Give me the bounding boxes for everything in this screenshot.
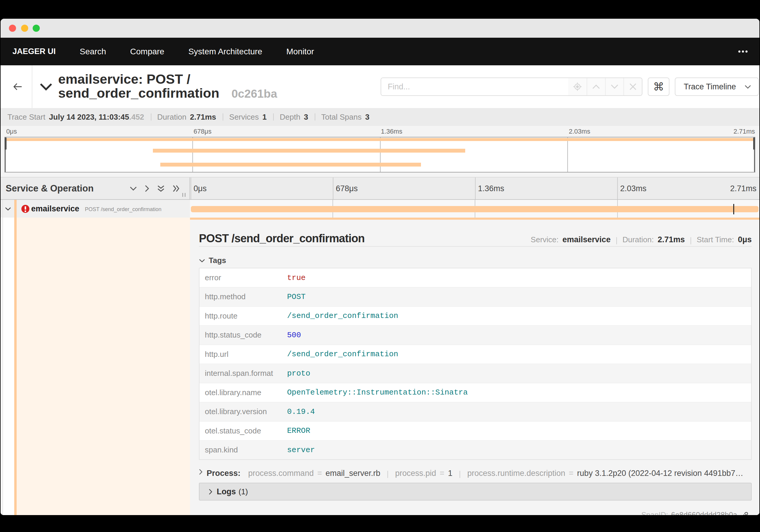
expand-one-icon[interactable] xyxy=(145,185,149,192)
back-button[interactable] xyxy=(1,65,32,108)
zoom-window-button[interactable] xyxy=(33,24,40,32)
collapse-title-chevron-icon[interactable] xyxy=(39,82,53,91)
trace-summary-bar: Trace Start July 14 2023, 11:03:45.452 D… xyxy=(1,108,759,126)
expand-all-icon[interactable] xyxy=(173,185,179,192)
scrubber-right-handle[interactable] xyxy=(753,137,755,150)
process-item: process.pid = 1 xyxy=(380,469,452,478)
tag-row: http.url /send_order_confirmation xyxy=(199,345,751,364)
tag-row: span.kind server xyxy=(199,441,751,460)
chevron-up-icon xyxy=(592,85,600,89)
tag-row: error true xyxy=(199,268,751,287)
nav-item[interactable]: Search xyxy=(80,47,106,56)
minimap-span-bar xyxy=(153,149,465,153)
span-duration-bar[interactable] xyxy=(191,206,759,212)
trace-page-header: emailservice: POST / send_order_confirma… xyxy=(1,65,759,108)
tag-key: http.url xyxy=(199,345,277,364)
summary-item: Depth 3 xyxy=(280,113,321,122)
process-section-toggle[interactable]: Process: process.command = email_server.… xyxy=(199,469,752,478)
trace-title: emailservice: POST / send_order_confirma… xyxy=(58,72,355,101)
summary-item: Trace Start July 14 2023, 11:03:45.452 xyxy=(7,113,157,122)
trace-minimap: 0μs678μs1.36ms2.03ms2.71ms xyxy=(1,126,759,177)
minimap-span-bar xyxy=(5,138,755,141)
prev-match-button[interactable] xyxy=(587,78,605,95)
span-detail-panel: POST /send_order_confirmation Service: e… xyxy=(190,218,759,515)
timeline-header-row: Service & Operation xyxy=(1,177,759,200)
collapse-all-icon[interactable] xyxy=(157,185,165,192)
nav-overflow-menu[interactable] xyxy=(738,50,747,53)
scrubber-left-handle[interactable] xyxy=(5,137,7,150)
minimap-gridline xyxy=(380,137,381,172)
tag-key: error xyxy=(199,268,277,287)
ruler-label: 1.36ms xyxy=(478,184,504,193)
nav-item[interactable]: Monitor xyxy=(286,47,314,56)
process-item: process.runtime.description = ruby 3.1.2… xyxy=(452,469,743,478)
ruler-label: 2.03ms xyxy=(620,184,646,193)
minimap-axis-label: 1.36ms xyxy=(381,128,402,135)
detail-left-tint xyxy=(17,218,190,515)
ruler-label: 2.71ms xyxy=(730,184,756,193)
app-window: JAEGER UI SearchCompareSystem Architectu… xyxy=(1,19,759,515)
tag-key: otel.library.version xyxy=(199,402,277,421)
minimap-gridline xyxy=(567,137,568,172)
tag-value: proto xyxy=(277,364,751,383)
tags-section-toggle[interactable]: Tags xyxy=(199,256,752,265)
match-highlight-button[interactable] xyxy=(568,78,587,95)
minimap-canvas[interactable] xyxy=(4,137,755,172)
tag-row: otel.library.name OpenTelemetry::Instrum… xyxy=(199,383,751,402)
nav-item[interactable]: System Architecture xyxy=(188,47,262,56)
tag-row: http.route /send_order_confirmation xyxy=(199,306,751,326)
meta-item: Service: emailservice xyxy=(531,235,611,244)
span-detail-row: POST /send_order_confirmation Service: e… xyxy=(1,218,759,515)
jaeger-logo[interactable]: JAEGER UI xyxy=(13,47,56,56)
chevron-down-icon xyxy=(744,85,751,89)
find-input[interactable] xyxy=(381,78,568,95)
column-resizer[interactable] xyxy=(182,193,186,197)
tag-key: otel.status_code xyxy=(199,421,277,441)
logs-section-toggle[interactable]: Logs (1) xyxy=(199,483,752,501)
minimap-axis: 0μs678μs1.36ms2.03ms2.71ms xyxy=(1,126,759,137)
minimap-axis-label: 2.71ms xyxy=(734,128,755,135)
span-detail-title: POST /send_order_confirmation xyxy=(199,232,364,245)
header-controls: ⌘ Trace Timeline xyxy=(381,77,759,96)
close-window-button[interactable] xyxy=(9,24,16,32)
tag-value: /send_order_confirmation xyxy=(277,306,751,326)
span-id-footer: SpanID: 6e8d660dddd28b0a xyxy=(199,510,752,515)
find-group xyxy=(381,77,642,96)
ruler-gridline xyxy=(617,177,618,199)
span-detail-meta: Service: emailservice Duration: 2.71ms S… xyxy=(531,235,752,244)
meta-item: Duration: 2.71ms xyxy=(611,235,685,244)
collapse-one-icon[interactable] xyxy=(130,186,137,191)
minimize-window-button[interactable] xyxy=(21,24,28,32)
span-service-name: emailservice xyxy=(31,200,79,218)
tag-key: internal.span.format xyxy=(199,364,277,383)
close-icon xyxy=(629,83,637,90)
trace-view-selector[interactable]: Trace Timeline xyxy=(675,77,759,96)
tag-key: span.kind xyxy=(199,441,277,460)
meta-item: Start Time: 0μs xyxy=(685,235,752,244)
link-icon[interactable] xyxy=(741,511,749,515)
tag-value: OpenTelemetry::Instrumentation::Sinatra xyxy=(277,383,751,402)
span-row-emailservice[interactable]: emailservice POST /send_order_confirmati… xyxy=(1,200,759,218)
service-operation-header: Service & Operation xyxy=(1,177,190,199)
tag-key: http.method xyxy=(199,287,277,307)
chevron-right-icon xyxy=(199,469,203,475)
summary-item: Duration 2.71ms xyxy=(157,113,229,122)
ruler-label: 0μs xyxy=(194,184,207,193)
span-children-chevron-icon[interactable] xyxy=(5,207,11,211)
span-log-marker[interactable] xyxy=(733,204,734,214)
minimap-axis-label: 2.03ms xyxy=(569,128,590,135)
nav-item[interactable]: Compare xyxy=(130,47,164,56)
top-navbar: JAEGER UI SearchCompareSystem Architectu… xyxy=(1,38,759,65)
tag-value: ERROR xyxy=(277,421,751,441)
keyboard-shortcuts-button[interactable]: ⌘ xyxy=(648,77,669,96)
error-icon xyxy=(22,205,29,213)
command-icon: ⌘ xyxy=(653,80,664,93)
tag-value: true xyxy=(277,268,751,287)
tag-value: /send_order_confirmation xyxy=(277,345,751,364)
clear-find-button[interactable] xyxy=(623,78,642,95)
span-bar-cell xyxy=(190,200,759,218)
tree-indent-line xyxy=(2,200,3,515)
summary-item: Services 1 xyxy=(229,113,280,122)
next-match-button[interactable] xyxy=(605,78,623,95)
summary-item: Total Spans 3 xyxy=(321,113,369,122)
